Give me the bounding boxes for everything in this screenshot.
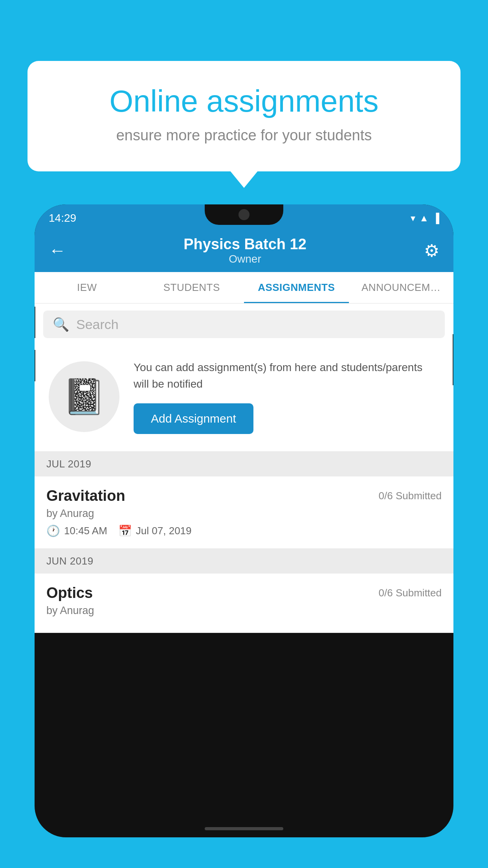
volume-down-button — [35, 350, 35, 381]
assignment-submitted-optics: 0/6 Submitted — [379, 587, 442, 599]
phone-camera — [238, 209, 250, 220]
speech-bubble-title: Online assignments — [55, 85, 433, 118]
power-button — [453, 334, 453, 385]
status-icons: ▾ ▲ ▐ — [411, 213, 439, 224]
assignment-header: Gravitation 0/6 Submitted — [46, 487, 442, 504]
assignment-time-value: 10:45 AM — [64, 525, 107, 537]
assignment-title-optics: Optics — [46, 585, 93, 601]
promo-content: You can add assignment(s) from here and … — [134, 359, 439, 434]
assignment-author: by Anurag — [46, 508, 442, 520]
phone-home-indicator — [205, 827, 283, 830]
speech-bubble: Online assignments ensure more practice … — [28, 61, 460, 171]
assignment-title: Gravitation — [46, 487, 125, 504]
header-title-area: Physics Batch 12 Owner — [183, 236, 306, 265]
promo-card: 📓 You can add assignment(s) from here an… — [35, 345, 453, 452]
tab-iew[interactable]: IEW — [35, 272, 139, 303]
tab-students[interactable]: STUDENTS — [139, 272, 244, 303]
speech-bubble-subtitle: ensure more practice for your students — [55, 127, 433, 144]
status-time: 14:29 — [49, 212, 76, 224]
month-separator-jun: JUN 2019 — [35, 549, 453, 574]
tab-bar: IEW STUDENTS ASSIGNMENTS ANNOUNCEM… — [35, 272, 453, 303]
batch-title: Physics Batch 12 — [183, 236, 306, 253]
calendar-icon: 📅 — [118, 524, 132, 537]
assignment-item-optics[interactable]: Optics 0/6 Submitted by Anurag — [35, 574, 453, 633]
phone-mockup: 14:29 ▾ ▲ ▐ ← Physics Batch 12 Owner ⚙ I… — [35, 204, 453, 837]
tab-assignments[interactable]: ASSIGNMENTS — [244, 272, 349, 303]
assignment-date-value: Jul 07, 2019 — [136, 525, 192, 537]
tab-announcements[interactable]: ANNOUNCEM… — [349, 272, 454, 303]
back-button[interactable]: ← — [49, 241, 66, 260]
volume-up-button — [35, 307, 35, 338]
battery-icon: ▐ — [433, 213, 439, 224]
app-header: ← Physics Batch 12 Owner ⚙ — [35, 229, 453, 272]
search-icon: 🔍 — [53, 316, 69, 332]
clock-icon: 🕐 — [46, 524, 60, 537]
promo-description: You can add assignment(s) from here and … — [134, 359, 439, 392]
assignment-header-optics: Optics 0/6 Submitted — [46, 585, 442, 601]
assignment-time: 🕐 10:45 AM — [46, 524, 107, 537]
search-container: 🔍 Search — [35, 303, 453, 345]
phone-frame: 14:29 ▾ ▲ ▐ ← Physics Batch 12 Owner ⚙ I… — [35, 204, 453, 837]
wifi-icon: ▾ — [411, 213, 415, 224]
settings-button[interactable]: ⚙ — [424, 241, 439, 261]
search-placeholder: Search — [76, 317, 119, 332]
month-separator-jul: JUL 2019 — [35, 452, 453, 476]
promo-icon-circle: 📓 — [49, 361, 119, 432]
assignment-meta: 🕐 10:45 AM 📅 Jul 07, 2019 — [46, 524, 442, 537]
batch-role: Owner — [183, 253, 306, 265]
assignment-submitted: 0/6 Submitted — [379, 490, 442, 502]
phone-scroll-content: 🔍 Search 📓 You can add assignment(s) fro… — [35, 303, 453, 837]
assignment-author-optics: by Anurag — [46, 605, 442, 617]
promo-icon: 📓 — [62, 376, 106, 417]
assignment-date: 📅 Jul 07, 2019 — [118, 524, 192, 537]
signal-icon: ▲ — [419, 213, 429, 224]
phone-notch — [205, 204, 283, 225]
speech-bubble-container: Online assignments ensure more practice … — [28, 61, 460, 171]
assignment-item-gravitation[interactable]: Gravitation 0/6 Submitted by Anurag 🕐 10… — [35, 476, 453, 549]
add-assignment-button[interactable]: Add Assignment — [134, 403, 253, 434]
search-bar[interactable]: 🔍 Search — [43, 311, 445, 338]
